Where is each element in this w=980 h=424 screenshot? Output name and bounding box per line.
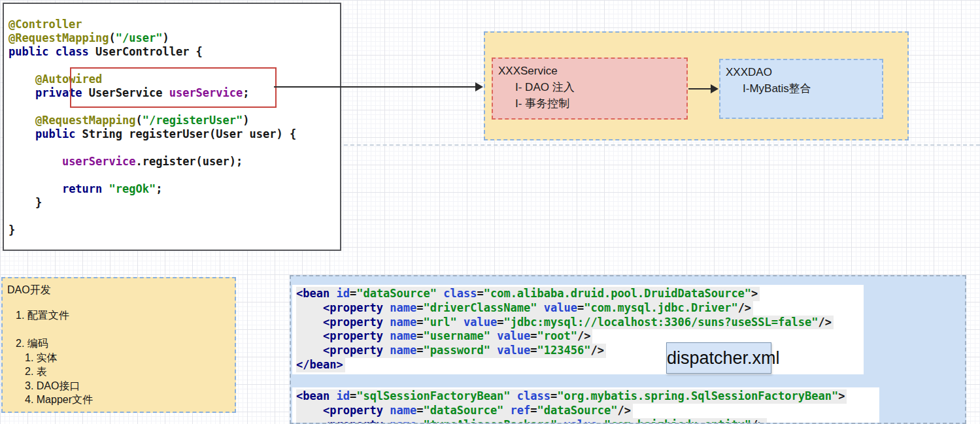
arrow-controller-to-service[interactable]: [274, 86, 477, 88]
dispatcher-xml-label[interactable]: dispatcher.xml: [666, 342, 771, 374]
sqlsessionfactory-bean-xml: <bean id="sqlSessionFactoryBean" class="…: [292, 387, 879, 424]
note-title: DAO开发: [7, 284, 51, 297]
note-item: 2. 编码: [16, 337, 48, 350]
dao-dev-note[interactable]: DAO开发 1. 配置文件 2. 编码 1. 实体 2. 表 3. DAO接口 …: [1, 277, 236, 413]
dao-box-title: XXXDAO: [726, 64, 877, 80]
arrowhead-service-to-dao: [711, 84, 718, 93]
whiteboard-canvas[interactable]: @Controller@RequestMapping("/user")publi…: [0, 0, 980, 424]
xml-config-panel[interactable]: <bean id="dataSource" class="com.alibaba…: [290, 275, 966, 424]
java-code: @Controller@RequestMapping("/user")publi…: [4, 4, 340, 240]
service-layer-container[interactable]: XXXService I- DAO 注入 I- 事务控制 XXXDAO I-My…: [484, 31, 909, 140]
note-subitem: 4. Mapper文件: [25, 393, 93, 406]
note-item: 1. 配置文件: [16, 309, 69, 322]
note-sublist: 1. 实体 2. 表 3. DAO接口 4. Mapper文件: [25, 351, 93, 407]
note-subitem: 3. DAO接口: [25, 379, 93, 393]
autowired-highlight-rect[interactable]: [70, 67, 277, 108]
note-subitem: 2. 表: [25, 365, 93, 378]
xxxdao-box[interactable]: XXXDAO I-MyBatis整合: [719, 59, 883, 119]
service-box-item: I- 事务控制: [498, 95, 681, 112]
dashed-guide-line: [305, 144, 980, 146]
service-box-title: XXXService: [498, 63, 681, 79]
controller-code-box[interactable]: @Controller@RequestMapping("/user")publi…: [3, 3, 341, 251]
note-subitem: 1. 实体: [25, 351, 93, 365]
service-box-item: I- DAO 注入: [498, 79, 681, 95]
dao-box-item: I-MyBatis整合: [726, 80, 877, 97]
arrow-service-to-dao[interactable]: [688, 88, 712, 90]
arrowhead-controller-to-service: [475, 82, 483, 91]
xxxservice-box[interactable]: XXXService I- DAO 注入 I- 事务控制: [492, 57, 688, 120]
